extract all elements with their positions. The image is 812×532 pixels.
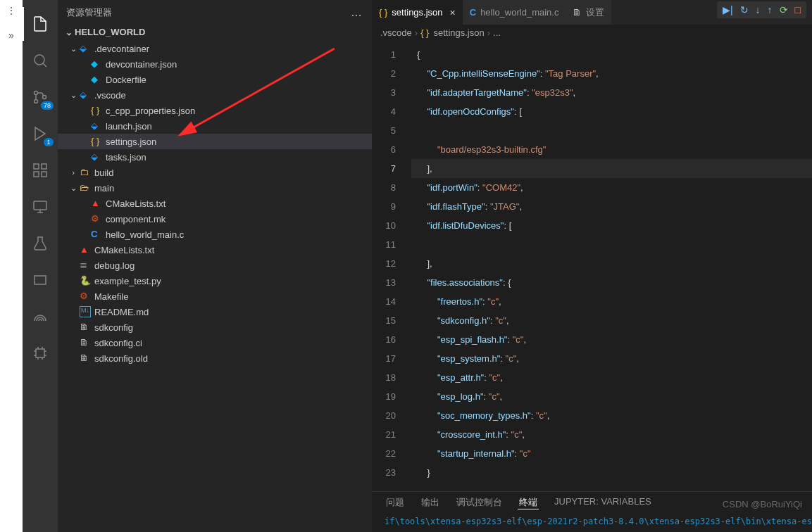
file-label: .vscode (94, 90, 126, 101)
code-content[interactable]: { "C_Cpp.intelliSenseEngine": "Tag Parse… (411, 45, 812, 491)
editor-tab[interactable]: Chello_world_main.c (463, 0, 566, 25)
svg-rect-8 (34, 201, 46, 210)
restart-icon[interactable]: ⟳ (780, 4, 788, 15)
svg-rect-7 (42, 172, 46, 177)
file-tree: ⌄⬙.devcontainer◆devcontainer.json◆Docker… (58, 39, 372, 532)
panel-tab[interactable]: 输出 (420, 496, 441, 509)
activity-bar: 78 1 (23, 0, 58, 532)
svg-rect-9 (35, 276, 46, 284)
tree-file[interactable]: 🗎sdkconfig.ci (58, 335, 372, 350)
editor-tab[interactable]: 🗎设置 (566, 0, 611, 25)
breadcrumb[interactable]: .vscode›{ }settings.json›... (372, 25, 812, 41)
tree-file[interactable]: ⚙component.mk (58, 211, 372, 227)
project-root[interactable]: ⌄ HELLO_WORLD (58, 25, 372, 39)
tab-icon: C (470, 7, 476, 18)
menu-icon[interactable]: ⋮ (6, 6, 16, 15)
step-over-icon[interactable]: ↻ (740, 4, 749, 15)
tree-file[interactable]: { }settings.json (58, 134, 372, 149)
file-label: tasks.json (106, 152, 146, 163)
close-icon[interactable]: × (450, 7, 456, 18)
debug-icon[interactable]: 1 (23, 117, 58, 151)
rainbow-icon[interactable] (23, 300, 58, 334)
breadcrumb-item[interactable]: ... (493, 27, 501, 38)
tree-file[interactable]: Chello_world_main.c (58, 227, 372, 242)
stop-icon[interactable]: □ (795, 4, 801, 15)
tree-file[interactable]: ⬙launch.json (58, 118, 372, 134)
tree-folder[interactable]: ⌄⬙.devcontainer (58, 41, 372, 56)
twistie-icon: › (68, 168, 79, 177)
breadcrumb-item[interactable]: .vscode (380, 27, 412, 38)
file-label: CMakeLists.txt (94, 245, 154, 255)
line-gutter: 1234567891011121314151617181920212223 (372, 45, 411, 491)
tree-file[interactable]: ◆Dockerfile (58, 72, 372, 87)
file-label: sdkconfig.ci (94, 338, 142, 348)
source-control-icon[interactable]: 78 (23, 80, 58, 114)
tree-file[interactable]: ▲CMakeLists.txt (58, 242, 372, 258)
tree-file[interactable]: 🐍example_test.py (58, 273, 372, 289)
tree-file[interactable]: 🗎sdkconfig.old (58, 350, 372, 366)
beaker-icon[interactable] (23, 227, 58, 260)
remote-icon[interactable] (23, 190, 58, 224)
file-icon: ◆ (90, 74, 103, 85)
twistie-icon: ⌄ (68, 91, 79, 100)
file-icon: 🗀 (79, 167, 92, 178)
explorer-icon[interactable] (23, 7, 58, 41)
tree-folder[interactable]: ›🗀build (58, 165, 372, 180)
svg-rect-5 (42, 164, 46, 169)
panel-tab[interactable]: 调试控制台 (455, 496, 504, 509)
step-out-icon[interactable]: ↑ (768, 4, 773, 15)
tree-file[interactable]: M↓README.md (58, 304, 372, 319)
tree-file[interactable]: ⬙tasks.json (58, 149, 372, 165)
explorer-sidebar: 资源管理器 … ⌄ HELLO_WORLD ⌄⬙.devcontainer◆de… (58, 0, 372, 532)
panel-tab[interactable]: JUPYTER: VARIABLES (553, 496, 653, 509)
tree-file[interactable]: 🗎sdkconfig (58, 319, 372, 335)
terminal-output[interactable]: if\tools\xtensa-esp32s3-elf\esp-2021r2-p… (372, 514, 812, 529)
step-into-icon[interactable]: ↓ (756, 4, 761, 15)
file-label: hello_world_main.c (106, 229, 184, 240)
tree-file[interactable]: ⚙Makefile (58, 289, 372, 304)
file-label: c_cpp_properties.json (106, 106, 195, 116)
sidebar-header: 资源管理器 … (58, 0, 372, 25)
tab-label: hello_world_main.c (480, 7, 558, 18)
code-editor[interactable]: 1234567891011121314151617181920212223 { … (372, 41, 812, 491)
tree-folder[interactable]: ⌄🗁main (58, 180, 372, 196)
file-label: launch.json (106, 121, 152, 132)
svg-rect-6 (34, 172, 39, 177)
file-label: .devcontainer (94, 44, 149, 54)
rect-icon[interactable] (23, 263, 58, 297)
tree-folder[interactable]: ⌄⬙.vscode (58, 87, 372, 103)
tree-file[interactable]: ◆devcontainer.json (58, 56, 372, 72)
file-icon: ▲ (90, 198, 103, 209)
chevron-right-icon[interactable]: » (8, 30, 14, 41)
tree-file[interactable]: ≣debug.log (58, 258, 372, 273)
file-icon: ⚙ (90, 213, 103, 224)
file-icon: ≣ (79, 260, 92, 271)
panel-tab[interactable]: 终端 (518, 496, 539, 509)
tree-file[interactable]: { }c_cpp_properties.json (58, 103, 372, 118)
svg-point-2 (35, 100, 38, 103)
continue-icon[interactable]: ▶| (723, 4, 733, 15)
breadcrumb-item[interactable]: settings.json (433, 27, 484, 38)
file-label: main (94, 183, 114, 194)
editor-tab[interactable]: { }settings.json× (372, 0, 463, 25)
file-icon: 🗁 (79, 182, 92, 194)
file-icon: ⬙ (90, 120, 103, 132)
file-icon: 🗎 (79, 337, 92, 348)
panel-tab[interactable]: 问题 (385, 496, 406, 509)
search-icon[interactable] (23, 44, 58, 77)
file-icon: ⚙ (79, 291, 92, 302)
sidebar-title: 资源管理器 (66, 6, 351, 19)
file-icon: ◆ (90, 58, 103, 70)
more-icon[interactable]: … (351, 6, 363, 19)
file-label: example_test.py (94, 276, 161, 286)
extensions-icon[interactable] (23, 153, 58, 187)
tree-file[interactable]: ▲CMakeLists.txt (58, 196, 372, 211)
bottom-panel: 问题输出调试控制台终端JUPYTER: VARIABLES if\tools\x… (372, 491, 812, 532)
file-icon: ⬙ (79, 89, 92, 101)
svg-point-1 (35, 91, 38, 95)
editor-group: { }settings.json×Chello_world_main.c🗎设置 … (372, 0, 812, 532)
chip-icon[interactable] (23, 336, 58, 370)
file-label: sdkconfig.old (94, 353, 148, 364)
file-label: Makefile (94, 291, 128, 302)
file-label: build (94, 167, 113, 178)
